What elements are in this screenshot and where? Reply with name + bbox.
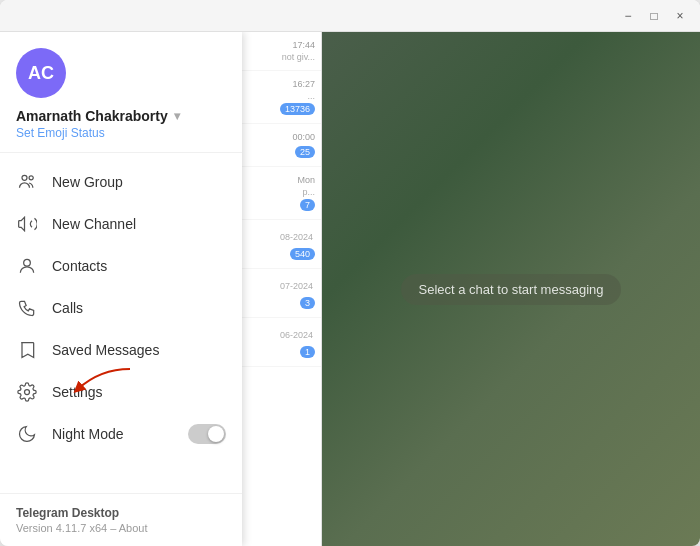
svg-point-4 [25, 390, 30, 395]
svg-point-1 [29, 176, 33, 180]
chat-date-label: 06-2024 [278, 326, 315, 344]
person-icon [16, 255, 38, 277]
night-mode-toggle[interactable] [188, 424, 226, 444]
menu-label-settings: Settings [52, 384, 103, 400]
chat-time: 17:44 [292, 40, 315, 50]
close-button[interactable]: × [668, 4, 692, 28]
chat-list-item[interactable]: 17:44 not giv... [242, 32, 321, 71]
sidebar: AC Amarnath Chakraborty ▾ Set Emoji Stat… [0, 32, 242, 546]
menu-label-new-channel: New Channel [52, 216, 136, 232]
chat-time: 16:27 [292, 79, 315, 89]
people-icon [16, 171, 38, 193]
menu-item-new-channel[interactable]: New Channel [0, 203, 242, 245]
moon-icon [16, 423, 38, 445]
minimize-button[interactable]: − [616, 4, 640, 28]
chat-badge: 540 [290, 248, 315, 260]
chevron-down-icon[interactable]: ▾ [174, 109, 180, 123]
chat-preview: p... [302, 187, 315, 197]
chat-list-item[interactable]: 16:27 ... 13736 [242, 71, 321, 124]
sidebar-footer: Telegram Desktop Version 4.11.7 x64 – Ab… [0, 493, 242, 546]
menu-label-new-group: New Group [52, 174, 123, 190]
megaphone-icon [16, 213, 38, 235]
menu-label-contacts: Contacts [52, 258, 107, 274]
chat-badge: 1 [300, 346, 315, 358]
chat-date-label: 07-2024 [278, 277, 315, 295]
chat-list-item[interactable]: 07-2024 3 [242, 269, 321, 318]
chat-date-label: 08-2024 [278, 228, 315, 246]
chat-list-item[interactable]: Mon p... 7 [242, 167, 321, 220]
chat-badge: 25 [295, 146, 315, 158]
chat-badge: 13736 [280, 103, 315, 115]
menu-list: New Group New Channel Contacts [0, 153, 242, 493]
emoji-status-link[interactable]: Set Emoji Status [16, 126, 226, 140]
svg-point-2 [24, 259, 31, 266]
menu-item-night-mode: Night Mode [0, 413, 242, 455]
avatar[interactable]: AC [16, 48, 66, 98]
chat-badge: 3 [300, 297, 315, 309]
titlebar: − □ × [0, 0, 700, 32]
chat-preview: not giv... [282, 52, 315, 62]
main-area: AC Amarnath Chakraborty ▾ Set Emoji Stat… [0, 32, 700, 546]
chat-list: 17:44 not giv... 16:27 ... 13736 00:00 2… [242, 32, 322, 546]
menu-label-calls: Calls [52, 300, 83, 316]
user-name: Amarnath Chakraborty ▾ [16, 108, 226, 124]
maximize-button[interactable]: □ [642, 4, 666, 28]
gear-icon [16, 381, 38, 403]
chat-list-item[interactable]: 00:00 25 [242, 124, 321, 167]
chat-list-item[interactable]: 06-2024 1 [242, 318, 321, 367]
chat-badge: 7 [300, 199, 315, 211]
menu-item-new-group[interactable]: New Group [0, 161, 242, 203]
chat-preview: ... [307, 91, 315, 101]
menu-item-settings[interactable]: Settings [0, 371, 242, 413]
bookmark-icon [16, 339, 38, 361]
sidebar-header: AC Amarnath Chakraborty ▾ Set Emoji Stat… [0, 32, 242, 153]
menu-item-contacts[interactable]: Contacts [0, 245, 242, 287]
app-version: Version 4.11.7 x64 – About [16, 522, 226, 534]
toggle-knob [208, 426, 224, 442]
app-window: − □ × AC Amarnath Chakraborty ▾ Set Emoj… [0, 0, 700, 546]
chat-list-items: 17:44 not giv... 16:27 ... 13736 00:00 2… [242, 32, 321, 546]
svg-point-0 [22, 175, 27, 180]
app-name: Telegram Desktop [16, 506, 226, 520]
chat-area: 17:44 not giv... 16:27 ... 13736 00:00 2… [242, 32, 700, 546]
menu-label-saved-messages: Saved Messages [52, 342, 159, 358]
menu-label-night-mode: Night Mode [52, 426, 124, 442]
menu-item-saved-messages[interactable]: Saved Messages [0, 329, 242, 371]
select-chat-message: Select a chat to start messaging [401, 274, 622, 305]
chat-main: Select a chat to start messaging [322, 32, 700, 546]
chat-list-item[interactable]: 08-2024 540 [242, 220, 321, 269]
chat-time: Mon [297, 175, 315, 185]
menu-item-calls[interactable]: Calls [0, 287, 242, 329]
chat-time: 00:00 [292, 132, 315, 142]
phone-icon [16, 297, 38, 319]
